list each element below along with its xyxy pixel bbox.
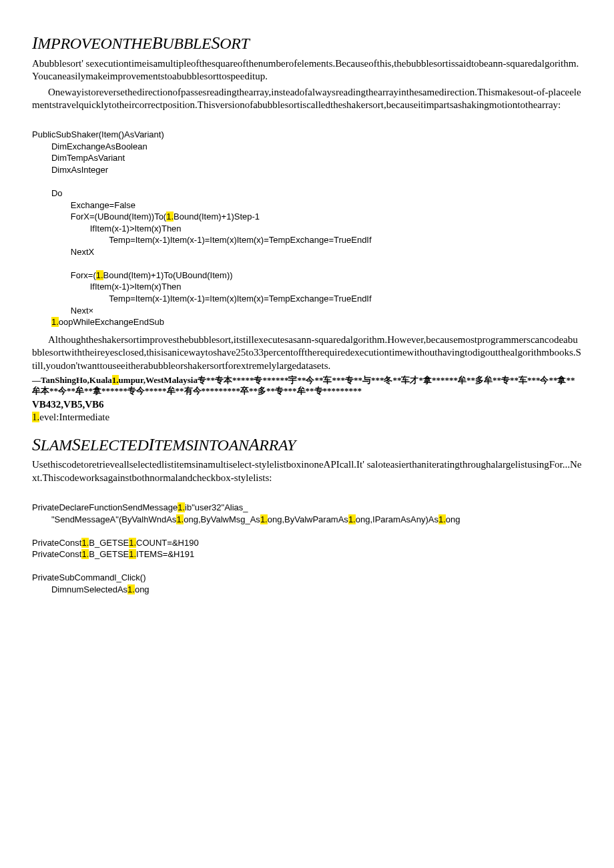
highlight: 1. bbox=[112, 375, 119, 385]
vb-versions: VB432,VB5,VB6 bbox=[32, 398, 582, 412]
highlight: 1. bbox=[438, 514, 446, 524]
highlight: 1. bbox=[129, 538, 136, 548]
highlight: 1. bbox=[51, 317, 59, 327]
highlight: 1. bbox=[127, 584, 135, 594]
level-line: 1.evel:Intermediate bbox=[32, 411, 582, 424]
highlight: 1. bbox=[81, 538, 89, 548]
attribution: —TanShingHo,Kuala1.umpur,WestMalaysia专**… bbox=[32, 375, 582, 397]
highlight: 1. bbox=[32, 412, 39, 422]
highlight: 1. bbox=[129, 549, 136, 559]
paragraph: Althoughtheshakersortimprovesthebubbleso… bbox=[32, 334, 582, 373]
highlight: 1. bbox=[166, 211, 174, 222]
code-block-shaker: PublicSubShaker(Item()AsVariant) DimExch… bbox=[32, 117, 582, 328]
highlight: 1. bbox=[176, 514, 184, 524]
paragraph: Onewayistoreversethedirectionofpassesrea… bbox=[32, 86, 582, 112]
highlight: 1. bbox=[96, 270, 103, 280]
highlight: 1. bbox=[348, 514, 356, 524]
highlight: 1. bbox=[260, 514, 268, 524]
highlight: 1. bbox=[178, 502, 185, 512]
section-title-slam-selected-items: SLAMSELECTEDITEMSINTOANARRAY bbox=[32, 434, 582, 456]
paragraph: Abubblesort' sexecutiontimeisamultipleof… bbox=[32, 57, 582, 83]
paragraph: Usethiscodetoretrieveallselectedlistitem… bbox=[32, 458, 582, 484]
code-block-sendmessage: PrivateDeclareFunctionSendMessage1.ib"us… bbox=[32, 490, 582, 595]
section-title-improve-bubble-sort: IMPROVEONTHEBUBBLESORT bbox=[32, 32, 582, 55]
highlight: 1. bbox=[81, 549, 89, 559]
